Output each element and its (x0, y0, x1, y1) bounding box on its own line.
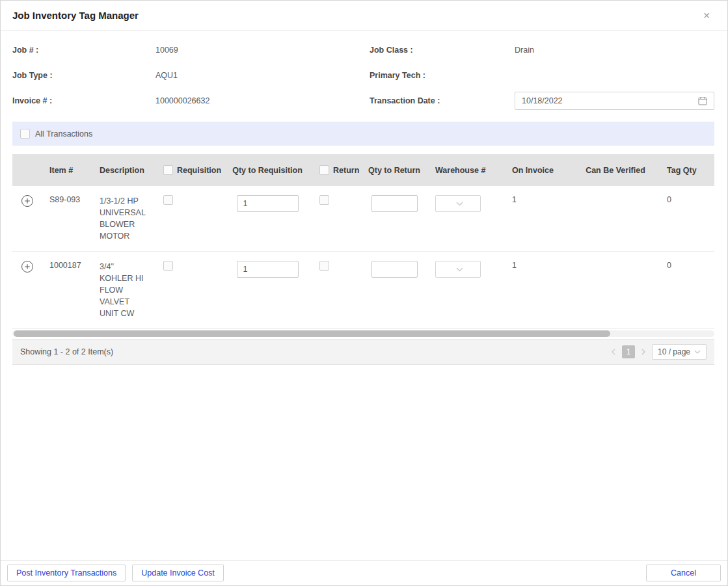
post-inventory-transactions-button[interactable]: Post Inventory Transactions (7, 565, 126, 581)
qty-to-requisition-input[interactable] (237, 195, 299, 212)
requisition-cell (153, 252, 223, 328)
can-be-verified-header: Can Be Verified (573, 154, 658, 186)
pagination-bar: Showing 1 - 2 of 2 Item(s) 1 10 / page (12, 339, 714, 365)
job-number-label: Job # : (12, 37, 155, 62)
warehouse-header: Warehouse # (430, 154, 502, 186)
requisition-header: Requisition (153, 154, 223, 186)
primary-tech-label: Primary Tech : (370, 62, 515, 88)
warehouse-cell (430, 252, 502, 328)
on-invoice-cell: 1 (502, 252, 573, 328)
transaction-date-input[interactable]: 10/18/2022 (515, 92, 714, 110)
can-be-verified-cell (573, 186, 658, 251)
cancel-button[interactable]: Cancel (646, 565, 721, 581)
warehouse-select[interactable] (435, 195, 481, 212)
qty-to-requisition-input[interactable] (237, 261, 299, 278)
qty-to-requisition-header: Qty to Requisition (223, 154, 312, 186)
return-cell (312, 252, 358, 328)
expand-header-cell (12, 154, 42, 186)
return-header: Return (312, 154, 358, 186)
on-invoice-header: On Invoice (502, 154, 573, 186)
transaction-date-label: Transaction Date : (370, 88, 515, 113)
primary-tech-value (515, 62, 714, 88)
warehouse-select[interactable] (435, 261, 481, 278)
all-transactions-label: All Transactions (35, 129, 92, 139)
warehouse-cell (430, 186, 502, 251)
return-cell (312, 186, 358, 251)
requisition-header-label: Requisition (177, 166, 221, 175)
chevron-down-icon (456, 267, 463, 272)
page-size-value: 10 / page (658, 347, 690, 356)
expand-cell (12, 186, 42, 251)
job-inventory-tag-manager-dialog: Job Inventory Tag Manager ✕ Job # : 1006… (0, 0, 728, 586)
qty-to-requisition-cell (223, 252, 312, 328)
qty-to-return-header: Qty to Return (358, 154, 430, 186)
invoice-number-value: 100000026632 (155, 88, 370, 113)
previous-page-button[interactable] (611, 349, 616, 355)
description-cell: 3/4" KOHLER HI FLOW VALVET UNIT CW (92, 252, 153, 328)
update-invoice-cost-button[interactable]: Update Invoice Cost (132, 565, 224, 581)
all-transactions-bar: All Transactions (12, 122, 714, 146)
job-class-value: Drain (515, 37, 714, 62)
job-number-value: 10069 (155, 37, 370, 62)
item-header: Item # (42, 154, 92, 186)
dialog-title: Job Inventory Tag Manager (12, 10, 139, 21)
pager: 1 10 / page (611, 344, 707, 360)
job-type-value: AQU1 (155, 62, 370, 88)
qty-to-return-cell (358, 252, 430, 328)
transaction-date-value: 10/18/2022 (522, 96, 563, 105)
qty-to-requisition-cell (223, 186, 312, 251)
page-size-select[interactable]: 10 / page (652, 344, 707, 360)
item-cell: S89-093 (42, 186, 92, 251)
horizontal-scrollbar[interactable] (12, 330, 714, 337)
table-row: 1000187 3/4" KOHLER HI FLOW VALVET UNIT … (12, 252, 714, 329)
tag-qty-cell: 0 (658, 252, 714, 328)
requisition-select-all-checkbox[interactable] (163, 165, 173, 175)
qty-to-return-input[interactable] (371, 195, 418, 212)
item-description: 1/3-1/2 HP UNIVERSAL BLOWER MOTOR (100, 195, 145, 242)
can-be-verified-cell (573, 252, 658, 328)
job-type-label: Job Type : (12, 62, 155, 88)
requisition-checkbox[interactable] (163, 195, 173, 205)
items-count-summary: Showing 1 - 2 of 2 Item(s) (20, 347, 113, 356)
transaction-date-cell: 10/18/2022 (515, 88, 714, 113)
all-transactions-checkbox[interactable] (20, 129, 30, 139)
invoice-number-label: Invoice # : (12, 88, 155, 113)
expand-cell (12, 252, 42, 328)
description-cell: 1/3-1/2 HP UNIVERSAL BLOWER MOTOR (92, 186, 153, 251)
description-header: Description (92, 154, 153, 186)
tag-qty-value: 0 (667, 195, 671, 204)
expand-row-icon[interactable] (21, 261, 33, 273)
tag-qty-value: 0 (667, 261, 671, 270)
chevron-down-icon (456, 202, 463, 206)
return-checkbox[interactable] (319, 261, 329, 271)
on-invoice-value: 1 (512, 261, 517, 270)
tag-qty-cell: 0 (658, 186, 714, 251)
on-invoice-value: 1 (512, 195, 517, 204)
table-row: S89-093 1/3-1/2 HP UNIVERSAL BLOWER MOTO… (12, 186, 714, 252)
close-icon[interactable]: ✕ (703, 10, 716, 21)
table-header-row: Item # Description Requisition Qty to Re… (12, 154, 714, 186)
dialog-footer: Post Inventory Transactions Update Invoi… (1, 560, 727, 585)
requisition-checkbox[interactable] (163, 261, 173, 271)
return-select-all-checkbox[interactable] (319, 165, 329, 175)
qty-to-return-input[interactable] (371, 261, 418, 278)
tag-qty-header: Tag Qty (658, 154, 714, 186)
next-page-button[interactable] (641, 349, 646, 355)
return-header-label: Return (333, 166, 359, 175)
chevron-down-icon (694, 350, 701, 354)
item-number: S89-093 (49, 195, 80, 204)
calendar-icon[interactable] (698, 96, 707, 105)
return-checkbox[interactable] (319, 195, 329, 205)
job-class-label: Job Class : (370, 37, 515, 62)
item-cell: 1000187 (42, 252, 92, 328)
dialog-body: Job # : 10069 Job Class : Drain Job Type… (1, 31, 727, 560)
item-description: 3/4" KOHLER HI FLOW VALVET UNIT CW (100, 261, 144, 319)
footer-left-actions: Post Inventory Transactions Update Invoi… (7, 565, 224, 581)
item-number: 1000187 (49, 261, 81, 270)
dialog-header: Job Inventory Tag Manager ✕ (1, 1, 727, 31)
requisition-cell (153, 186, 223, 251)
job-info-grid: Job # : 10069 Job Class : Drain Job Type… (12, 37, 714, 113)
expand-row-icon[interactable] (21, 195, 33, 207)
current-page-button[interactable]: 1 (622, 345, 635, 358)
horizontal-scrollbar-thumb[interactable] (14, 330, 610, 337)
